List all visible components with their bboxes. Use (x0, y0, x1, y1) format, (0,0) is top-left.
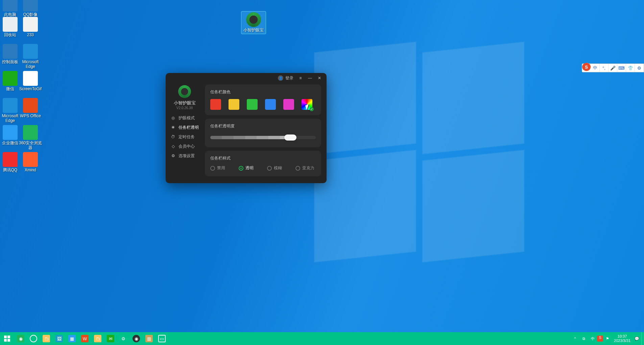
taskbar-app-misc1[interactable]: ▥ (143, 332, 156, 345)
taskbar-clock[interactable]: 10:37 2023/3/31 (612, 334, 633, 343)
panel-title-opacity: 任务栏透明度 (210, 123, 316, 129)
nav-item-label: 会员中心 (178, 144, 195, 149)
desktop-icon-label: 360安全浏览器 (18, 141, 43, 150)
ime-seg-lang[interactable]: 中 (591, 64, 600, 72)
tray-security-icon[interactable]: ⚑ (603, 337, 612, 341)
desktop-icon-label: 此电脑 (4, 12, 16, 17)
desktop-icon-label: Xmind (25, 168, 36, 172)
taskbar[interactable]: ◉🗀🖼▦W🗀✉⚙◉▥▭ ^ ⧉ 中 S ⚑ 10:37 2023/3/31 💬 (0, 332, 644, 345)
tray-ime-lang[interactable]: 中 (588, 336, 597, 341)
nav-item[interactable]: ✳任务栏透明 (166, 123, 204, 132)
color-swatch[interactable] (229, 99, 239, 110)
show-desktop-button[interactable] (641, 332, 643, 345)
color-swatch[interactable] (247, 99, 258, 110)
taskbar-app-photos[interactable]: 🖼 (53, 332, 66, 345)
avatar-icon: 👤 (278, 75, 283, 81)
nav-item[interactable]: ◇会员中心 (166, 142, 204, 151)
desktop-icon-label: 回收站 (4, 32, 16, 37)
taskbar-app-xiaozhi[interactable]: ◉ (130, 332, 143, 345)
desktop-icon-label: 微信 (6, 87, 14, 91)
svg-rect-3 (7, 339, 10, 342)
radio-dot-icon (210, 166, 215, 171)
tray-overflow-icon[interactable]: ^ (571, 337, 579, 341)
close-icon[interactable]: ✕ (317, 76, 322, 80)
taskbar-app-taskview[interactable]: ▭ (156, 332, 168, 345)
style-radio[interactable]: 模糊 (267, 165, 282, 171)
nav: ◎护眼模式✳任务栏透明⏱定时任务◇会员中心⚙选项设置 (166, 113, 204, 161)
nav-item-label: 定时任务 (178, 134, 195, 140)
color-swatch-custom[interactable] (302, 99, 312, 110)
minimize-icon[interactable]: ― (308, 76, 312, 80)
nav-item-label: 任务栏透明 (178, 125, 199, 130)
menu-icon[interactable]: ≡ (298, 76, 303, 80)
desktop-icon-label: 腾讯QQ (3, 168, 18, 172)
color-swatch[interactable] (210, 99, 221, 110)
login-button[interactable]: 👤 登录 (278, 75, 293, 81)
nav-item-icon: ◇ (170, 144, 176, 149)
radio-label: 亚克力 (302, 165, 314, 171)
desktop-icon-label: 233 (27, 32, 34, 37)
ime-seg-mic[interactable]: 🎤 (609, 64, 617, 72)
desktop-icon[interactable]: WPS Office (18, 98, 43, 118)
taskbar-app-cortana[interactable] (27, 332, 40, 345)
nav-item-label: 护眼模式 (178, 115, 195, 121)
taskbar-app-360[interactable]: ◉ (14, 332, 27, 345)
wallpaper-windows-logo (314, 47, 534, 267)
panel-taskbar-color: 任务栏颜色 (205, 84, 321, 115)
clock-time: 10:37 (614, 334, 630, 339)
svg-rect-2 (4, 339, 7, 342)
color-swatches (210, 99, 316, 110)
desktop-icon[interactable]: 360安全浏览器 (18, 125, 43, 150)
desktop-icon[interactable]: 233 (18, 17, 43, 37)
color-swatch[interactable] (283, 99, 294, 110)
nav-item-icon: ⏱ (170, 134, 176, 139)
ime-logo[interactable]: S (582, 63, 591, 71)
app-version: V2.0.26.38 (176, 106, 193, 110)
app-window: 👤 登录 ≡ ― ✕ 小智护眼宝 V2.0.26.38 ◎护眼模式✳任务栏透明⏱… (166, 73, 327, 183)
color-swatch[interactable] (265, 99, 276, 110)
start-button[interactable] (0, 332, 14, 345)
nav-item[interactable]: ⚙选项设置 (166, 151, 204, 161)
desktop-icon[interactable]: Xmind (18, 152, 43, 172)
taskbar-app-settings[interactable]: ⚙ (117, 332, 130, 345)
svg-rect-1 (7, 336, 10, 338)
panel-taskbar-style: 任务栏样式 禁用透明模糊亚克力 (205, 151, 321, 176)
taskbar-app-store[interactable]: ▦ (66, 332, 78, 345)
radio-dot-icon (295, 166, 300, 171)
radio-dot-icon (267, 166, 272, 171)
taskbar-app-wechat[interactable]: ✉ (104, 332, 117, 345)
desktop-icon-label: 控制面板 (2, 59, 18, 64)
desktop-icon-label: 企业微信 (2, 141, 18, 145)
style-radio[interactable]: 透明 (239, 165, 254, 171)
action-center-icon[interactable]: 💬 (633, 337, 641, 341)
tray-network-icon[interactable]: ⧉ (579, 337, 588, 341)
nav-item[interactable]: ◎护眼模式 (166, 113, 204, 123)
desktop-icon[interactable]: Microsoft Edge (18, 44, 43, 69)
login-label: 登录 (285, 75, 293, 81)
taskbar-app-explorer[interactable]: 🗀 (40, 332, 53, 345)
titlebar[interactable]: 👤 登录 ≡ ― ✕ (166, 73, 327, 83)
desktop-icon[interactable]: ScreenToGif (18, 71, 43, 91)
desktop-icon-label: QQ影像 (23, 12, 38, 17)
desktop-icon[interactable]: QQ影像 (18, 0, 43, 17)
nav-item[interactable]: ⏱定时任务 (166, 132, 204, 142)
taskbar-app-folder[interactable]: 🗀 (91, 332, 104, 345)
nav-item-icon: ⚙ (170, 153, 176, 158)
nav-item-label: 选项设置 (178, 153, 195, 159)
opacity-slider-thumb[interactable] (284, 134, 296, 141)
panel-taskbar-opacity: 任务栏透明度 (205, 119, 321, 147)
ime-bar[interactable]: S 中 °, 🎤 ⌨ 👕 ⚙ (582, 64, 644, 72)
opacity-slider[interactable] (210, 133, 316, 142)
taskbar-app-wps[interactable]: W (78, 332, 91, 345)
sidebar: 小智护眼宝 V2.0.26.38 ◎护眼模式✳任务栏透明⏱定时任务◇会员中心⚙选… (166, 83, 204, 183)
tray-sogou-icon[interactable]: S (597, 336, 603, 342)
ime-seg-settings[interactable]: ⚙ (635, 64, 644, 72)
desktop-icon-label: WPS Office (20, 114, 41, 118)
ime-seg-punct[interactable]: °, (600, 64, 609, 72)
desktop-icon-selected[interactable]: 小智护眼宝 (241, 11, 266, 34)
style-radio[interactable]: 亚克力 (295, 165, 314, 171)
ime-seg-kbd[interactable]: ⌨ (617, 64, 626, 72)
nav-item-icon: ◎ (170, 116, 176, 120)
style-radio[interactable]: 禁用 (210, 165, 225, 171)
ime-seg-skin[interactable]: 👕 (626, 64, 635, 72)
